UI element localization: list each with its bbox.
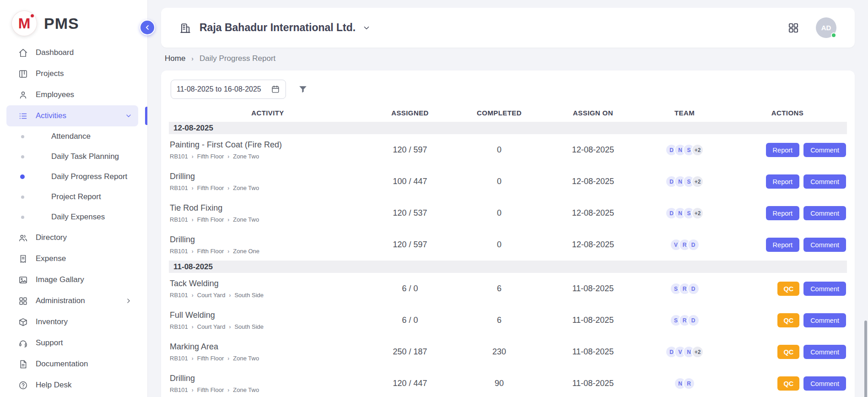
sidebar-item-projects[interactable]: Projects (6, 63, 138, 84)
activity-title: Drilling (170, 374, 367, 383)
team-avatars: DVN+2 (641, 346, 728, 358)
path-segment: RB101 (170, 292, 188, 299)
comment-button[interactable]: Comment (803, 313, 846, 327)
support-icon (18, 338, 28, 348)
activity-row: Tack WeldingRB101›Court Yard›South Side6… (169, 273, 847, 305)
team-member-avatar: D (687, 314, 700, 326)
filter-row: 11-08-2025 to 16-08-2025 (171, 80, 847, 99)
comment-button[interactable]: Comment (803, 238, 846, 252)
bullet-icon (21, 155, 24, 158)
sidebar-item-help-desk[interactable]: Help Desk (6, 375, 138, 396)
sidebar-subitem-project-report[interactable]: Project Report (0, 187, 147, 207)
report-button[interactable]: Report (766, 238, 800, 252)
sidebar-item-expense[interactable]: Expense (6, 248, 138, 269)
activity-row: DrillingRB101›Fifth Floor›Zone Two120 / … (169, 368, 847, 397)
activity-row: Full WeldingRB101›Court Yard›South Side6… (169, 305, 847, 336)
sidebar-item-label: Dashboard (36, 48, 74, 57)
sidebar-subitem-daily-progress-report[interactable]: Daily Progress Report (0, 167, 147, 187)
assigned-value: 120 / 597 (367, 240, 453, 250)
user-avatar[interactable]: AD (816, 17, 836, 38)
path-separator-icon: › (227, 248, 229, 255)
team-extra-count[interactable]: +2 (691, 207, 704, 219)
sidebar-subitem-daily-expenses[interactable]: Daily Expenses (0, 207, 147, 227)
team-avatars: SRD (641, 314, 728, 326)
company-selector[interactable]: Raja Bahadur International Ltd. (179, 22, 371, 34)
comment-button[interactable]: Comment (803, 143, 846, 157)
activity-row: Painting - First Coat (Fire Red)RB101›Fi… (169, 134, 847, 166)
assigned-value: 6 / 0 (367, 315, 453, 325)
filter-icon[interactable] (298, 84, 308, 94)
scrollbar-thumb[interactable] (864, 321, 867, 397)
sidebar-subitem-label: Attendance (51, 132, 91, 141)
comment-button[interactable]: Comment (803, 376, 846, 391)
sidebar-item-employees[interactable]: Employees (6, 84, 138, 105)
comment-button[interactable]: Comment (803, 282, 846, 296)
path-separator-icon: › (229, 324, 231, 330)
qc-button[interactable]: QC (777, 345, 799, 359)
team-extra-count[interactable]: +2 (691, 175, 704, 188)
sidebar-item-directory[interactable]: Directory (6, 227, 138, 248)
path-segment: RB101 (170, 323, 188, 330)
sidebar-item-dashboard[interactable]: Dashboard (6, 42, 138, 63)
comment-button[interactable]: Comment (803, 345, 846, 359)
assigned-value: 120 / 447 (367, 379, 453, 388)
path-separator-icon: › (229, 292, 231, 299)
sidebar-item-administration[interactable]: Administration (6, 290, 138, 311)
sidebar: M PMS DashboardProjectsEmployeesActiviti… (0, 0, 148, 397)
path-segment: Zone Two (233, 185, 259, 191)
apps-grid-icon[interactable] (787, 22, 799, 34)
bullet-icon (20, 174, 25, 179)
activity-cell: Painting - First Coat (Fire Red)RB101›Fi… (169, 140, 367, 160)
path-segment: Fifth Floor (197, 153, 224, 160)
team-extra-count[interactable]: +2 (691, 346, 704, 358)
home-icon (18, 48, 28, 58)
sidebar-item-support[interactable]: Support (6, 332, 138, 353)
path-segment: South Side (234, 323, 264, 330)
qc-button[interactable]: QC (777, 313, 799, 327)
report-button[interactable]: Report (766, 174, 800, 189)
sidebar-item-label: Documentation (36, 359, 88, 369)
activity-cell: Marking AreaRB101›Fifth Floor›Zone Two (169, 342, 367, 362)
path-separator-icon: › (192, 324, 194, 330)
team-extra-count[interactable]: +2 (691, 144, 704, 156)
sidebar-collapse-button[interactable] (140, 20, 155, 35)
path-segment: Zone Two (233, 216, 259, 223)
date-range-input[interactable]: 11-08-2025 to 16-08-2025 (171, 80, 286, 99)
breadcrumb-home[interactable]: Home (165, 54, 185, 63)
sidebar-subitem-daily-task-planning[interactable]: Daily Task Planning (0, 147, 147, 167)
row-actions: QCComment (728, 313, 847, 327)
activity-cell: Tack WeldingRB101›Court Yard›South Side (169, 279, 367, 299)
team-member-avatar: R (683, 377, 695, 390)
sidebar-item-image-gallary[interactable]: Image Gallary (6, 269, 138, 290)
avatar-initials: AD (821, 24, 831, 32)
path-segment: RB101 (170, 248, 188, 255)
column-header-actions: ACTIONS (728, 109, 847, 117)
team-member-avatar: D (687, 239, 700, 251)
column-header-activity: ACTIVITY (169, 109, 367, 117)
sidebar-item-inventory[interactable]: Inventory (6, 311, 138, 332)
report-button[interactable]: Report (766, 143, 800, 157)
path-segment: RB101 (170, 386, 188, 393)
calendar-icon (271, 85, 280, 94)
comment-button[interactable]: Comment (803, 174, 846, 189)
qc-button[interactable]: QC (777, 282, 799, 296)
qc-button[interactable]: QC (777, 376, 799, 391)
sidebar-item-documentation[interactable]: Documentation (6, 353, 138, 375)
sidebar-subitem-attendance[interactable]: Attendance (0, 126, 147, 147)
activity-cell: Full WeldingRB101›Court Yard›South Side (169, 310, 367, 330)
completed-value: 0 (453, 177, 545, 186)
building-icon (179, 22, 191, 34)
activity-cell: Tie Rod FixingRB101›Fifth Floor›Zone Two (169, 203, 367, 223)
topbar: Raja Bahadur International Ltd. AD (161, 8, 855, 48)
row-actions: ReportComment (728, 174, 847, 189)
location-path: RB101›Court Yard›South Side (170, 292, 367, 299)
path-separator-icon: › (192, 185, 194, 191)
sidebar-item-label: Administration (36, 296, 85, 305)
projects-icon (18, 69, 28, 79)
path-segment: RB101 (170, 355, 188, 362)
sidebar-item-activities[interactable]: Activities (6, 105, 138, 126)
report-button[interactable]: Report (766, 206, 800, 220)
comment-button[interactable]: Comment (803, 206, 846, 220)
date-group-header: 11-08-2025 (169, 261, 847, 273)
app-title: PMS (44, 15, 79, 33)
